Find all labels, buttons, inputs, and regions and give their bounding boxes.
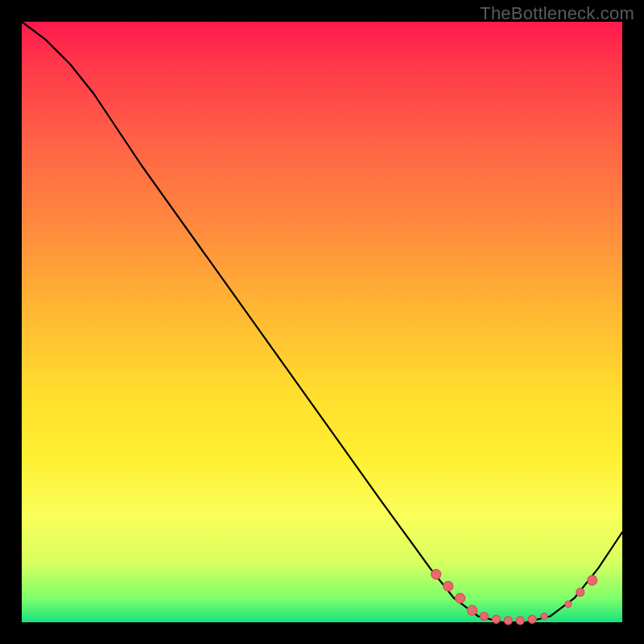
data-marker: [468, 605, 477, 615]
data-marker: [541, 613, 547, 620]
data-marker: [431, 569, 441, 579]
data-marker: [480, 613, 488, 621]
data-marker: [516, 617, 524, 625]
marker-group: [431, 569, 597, 625]
data-marker: [576, 588, 584, 597]
data-marker: [504, 617, 512, 625]
chart-overlay: [22, 22, 622, 622]
chart-frame: TheBottleneck.com: [0, 0, 644, 644]
data-marker: [444, 581, 453, 591]
bottleneck-curve: [22, 22, 622, 622]
data-marker: [528, 615, 536, 623]
data-marker: [588, 576, 597, 585]
data-marker: [456, 593, 465, 603]
data-marker: [565, 601, 572, 608]
data-marker: [492, 615, 500, 623]
